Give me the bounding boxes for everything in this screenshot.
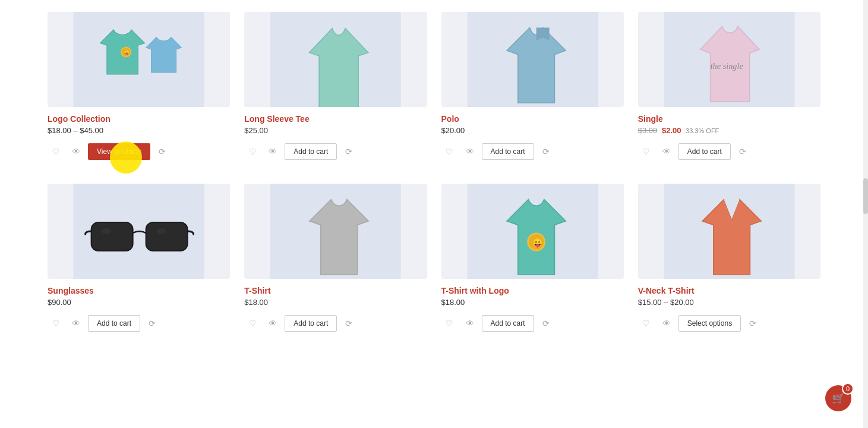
wishlist-icon-long-sleeve-tee[interactable]: ♡ [244,143,261,160]
product-image-t-shirt-with-logo: 😛 [441,184,624,279]
product-image-polo [441,12,624,107]
wishlist-icon-polo[interactable]: ♡ [441,143,458,160]
add-to-cart-button-t-shirt[interactable]: Add to cart [285,315,337,332]
quickview-icon-single[interactable]: 👁 [658,143,675,160]
product-image-t-shirt [244,184,427,279]
product-price-t-shirt: $18.00 [244,298,427,307]
product-title-t-shirt[interactable]: T-Shirt [244,286,427,295]
product-image-sunglasses [48,184,230,279]
add-to-cart-button-t-shirt-with-logo[interactable]: Add to cart [482,315,534,332]
compare-icon-polo[interactable]: ⟳ [538,143,554,160]
quickview-icon-t-shirt-with-logo[interactable]: 👁 [462,315,478,332]
product-actions-polo: ♡ 👁 Add to cart ⟳ [441,143,624,160]
add-to-cart-button-long-sleeve-tee[interactable]: Add to cart [285,143,337,160]
product-actions-single: ♡ 👁 Add to cart ⟳ [638,143,820,160]
product-card-sunglasses: Sunglasses $90.00 ♡ 👁 Add to cart ⟳ [48,184,230,332]
product-title-logo-collection[interactable]: Logo Collection [48,114,230,124]
product-title-t-shirt-with-logo[interactable]: T-Shirt with Logo [441,286,624,295]
compare-icon-v-neck-t-shirt[interactable]: ⟳ [744,315,761,332]
add-to-cart-button-single[interactable]: Add to cart [678,143,731,160]
compare-icon-t-shirt[interactable]: ⟳ [340,315,357,332]
add-to-cart-button-polo[interactable]: Add to cart [482,143,534,160]
wishlist-icon-sunglasses[interactable]: ♡ [48,315,64,332]
product-price-polo: $20.00 [441,126,624,135]
product-card-t-shirt: T-Shirt $18.00 ♡ 👁 Add to cart ⟳ [244,184,427,332]
quickview-icon-t-shirt[interactable]: 👁 [264,315,281,332]
product-card-long-sleeve-tee: Long Sleeve Tee $25.00 ♡ 👁 Add to cart ⟳ [244,12,427,160]
svg-rect-0 [74,12,204,107]
product-price-t-shirt-with-logo: $18.00 [441,298,624,307]
product-price-sunglasses: $90.00 [48,298,230,307]
wishlist-icon-t-shirt-with-logo[interactable]: ♡ [441,315,458,332]
product-price-single: $3.00 $2.00 33.3% OFF [638,126,820,135]
product-image-v-neck-t-shirt [638,184,820,279]
wishlist-icon-v-neck-t-shirt[interactable]: ♡ [638,315,655,332]
product-grid-row2: Sunglasses $90.00 ♡ 👁 Add to cart ⟳ [48,172,820,344]
svg-text:the single: the single [710,61,743,71]
compare-icon-t-shirt-with-logo[interactable]: ⟳ [538,315,554,332]
svg-rect-9 [91,222,133,251]
quickview-icon-logo-collection[interactable]: 👁 [68,143,84,160]
svg-point-11 [102,228,111,234]
product-image-logo-collection: 😛 [48,12,230,107]
scrollbar[interactable] [863,0,868,344]
svg-rect-10 [146,222,188,251]
product-card-polo: Polo $20.00 ♡ 👁 Add to cart ⟳ [441,12,624,160]
quickview-icon-sunglasses[interactable]: 👁 [68,315,84,332]
product-title-sunglasses[interactable]: Sunglasses [48,286,230,295]
svg-text:😛: 😛 [124,50,130,55]
product-image-single: the single [638,12,820,107]
product-title-single[interactable]: Single [638,114,820,124]
compare-icon-logo-collection[interactable]: ⟳ [154,143,171,160]
product-price-v-neck-t-shirt: $15.00 – $20.00 [638,298,820,307]
product-actions-logo-collection: ♡ 👁 View products ⟳ [48,143,230,160]
select-options-button-v-neck-t-shirt[interactable]: Select options [678,315,741,332]
svg-text:😛: 😛 [532,237,543,248]
product-price-logo-collection: $18.00 – $45.00 [48,126,230,135]
wishlist-icon-single[interactable]: ♡ [638,143,655,160]
product-actions-t-shirt: ♡ 👁 Add to cart ⟳ [244,315,427,332]
compare-icon-sunglasses[interactable]: ⟳ [144,315,160,332]
product-actions-t-shirt-with-logo: ♡ 👁 Add to cart ⟳ [441,315,624,332]
quickview-icon-long-sleeve-tee[interactable]: 👁 [264,143,281,160]
scroll-thumb[interactable] [863,178,868,214]
quickview-icon-v-neck-t-shirt[interactable]: 👁 [658,315,675,332]
compare-icon-single[interactable]: ⟳ [734,143,751,160]
product-price-long-sleeve-tee: $25.00 [244,126,427,135]
view-products-button-logo-collection[interactable]: View products [88,143,150,160]
add-to-cart-button-sunglasses[interactable]: Add to cart [88,315,140,332]
wishlist-icon-t-shirt[interactable]: ♡ [244,315,261,332]
product-title-polo[interactable]: Polo [441,114,624,124]
product-image-long-sleeve-tee [244,12,427,107]
product-actions-sunglasses: ♡ 👁 Add to cart ⟳ [48,315,230,332]
wishlist-icon-logo-collection[interactable]: ♡ [48,143,64,160]
product-card-t-shirt-with-logo: 😛 T-Shirt with Logo $18.00 ♡ 👁 Add to ca… [441,184,624,332]
product-card-v-neck-t-shirt: V-Neck T-Shirt $15.00 – $20.00 ♡ 👁 Selec… [638,184,820,332]
quickview-icon-polo[interactable]: 👁 [462,143,478,160]
product-grid-row1: 😛 Logo Collection $18.00 – $45.00 ♡ 👁 Vi… [48,0,820,172]
product-actions-long-sleeve-tee: ♡ 👁 Add to cart ⟳ [244,143,427,160]
svg-point-12 [157,228,166,234]
product-title-v-neck-t-shirt[interactable]: V-Neck T-Shirt [638,286,820,295]
product-title-long-sleeve-tee[interactable]: Long Sleeve Tee [244,114,427,124]
product-actions-v-neck-t-shirt: ♡ 👁 Select options ⟳ [638,315,820,332]
product-card-logo-collection: 😛 Logo Collection $18.00 – $45.00 ♡ 👁 Vi… [48,12,230,160]
product-card-single: the single Single $3.00 $2.00 33.3% OFF … [638,12,820,160]
compare-icon-long-sleeve-tee[interactable]: ⟳ [340,143,357,160]
